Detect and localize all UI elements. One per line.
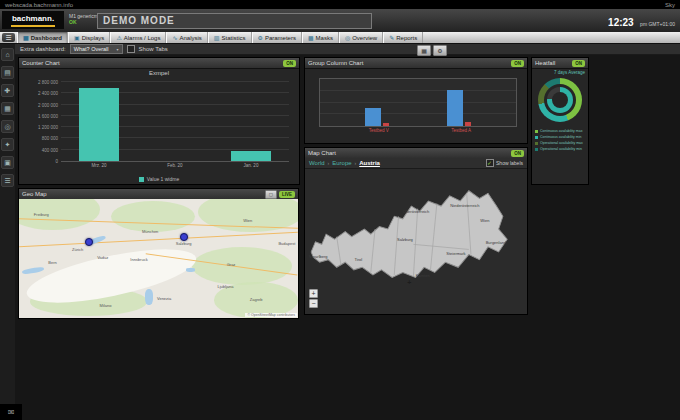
small-lake bbox=[186, 268, 194, 272]
city-label-zagreb: Zagreb bbox=[250, 296, 263, 301]
alarms-logs-icon: ⚠ bbox=[116, 34, 121, 41]
chevron-down-icon: ▾ bbox=[117, 47, 119, 52]
breadcrumb-world[interactable]: World bbox=[309, 160, 325, 166]
tab-statistics[interactable]: ▥Statistics bbox=[208, 32, 252, 43]
zoom-in-button[interactable]: + bbox=[309, 289, 318, 298]
availability-donut-chart[interactable] bbox=[538, 78, 582, 122]
menu-button[interactable]: ☰ bbox=[2, 33, 15, 42]
counter-chart-plot[interactable]: 0400 000800 0001 200 0001 600 0002 000 0… bbox=[61, 82, 289, 162]
bar-testbed-a[interactable] bbox=[447, 90, 463, 126]
austria-map[interactable]: VorarlbergTirolSalzburgOberösterreichNie… bbox=[305, 169, 527, 314]
city-label-z-rich: Zürich bbox=[72, 246, 83, 251]
counter-chart-panel: Counter Chart ON Exmpel 0400 000800 0001… bbox=[18, 57, 300, 185]
legend-swatch bbox=[139, 177, 144, 182]
add-icon[interactable]: ✚ bbox=[1, 84, 14, 97]
region-label-ober-sterreich: Oberösterreich bbox=[403, 209, 429, 214]
toolbar-tabs: ▦Dashboard▣Displays⚠Alarms / Logs∿Analys… bbox=[17, 32, 423, 43]
star-icon[interactable]: ✦ bbox=[1, 138, 14, 151]
tab-parameters[interactable]: ⚙Parameters bbox=[252, 32, 302, 43]
status-badge: ON bbox=[283, 60, 296, 67]
show-tabs-checkbox[interactable] bbox=[127, 45, 135, 53]
x-axis-label: Mrz. 20 bbox=[91, 163, 106, 168]
group-chart-body: Testbed VTestbed A bbox=[305, 68, 527, 143]
region-label-k-rnten: Kärnten bbox=[416, 272, 430, 277]
legend-item: Operational availability min bbox=[535, 146, 587, 152]
bottom-corner-widget[interactable]: ✉ bbox=[0, 404, 22, 420]
panel-title: Counter Chart bbox=[22, 60, 60, 66]
tab-analysis[interactable]: ∿Analysis bbox=[166, 32, 207, 43]
map-marker-1[interactable] bbox=[85, 238, 93, 246]
y-axis-label: 0 bbox=[55, 159, 58, 164]
grid-icon[interactable]: ▦ bbox=[1, 102, 14, 115]
topbar-right-link[interactable]: Sky bbox=[665, 2, 675, 8]
breadcrumb: World›Europe›Austria bbox=[309, 160, 380, 166]
bar-alarm-testbed-v[interactable] bbox=[383, 123, 389, 126]
dashboard-icon: ▦ bbox=[23, 34, 29, 41]
legend-swatch bbox=[535, 142, 538, 145]
dashboard-select[interactable]: What? Overall ▾ bbox=[70, 44, 123, 54]
home-icon[interactable]: ⌂ bbox=[1, 48, 14, 61]
status-badge: ON bbox=[572, 60, 585, 67]
city-label-salzburg: Salzburg bbox=[176, 241, 192, 246]
group-chart-plot[interactable]: Testbed VTestbed A bbox=[319, 78, 517, 127]
tab-dashboard[interactable]: ▦Dashboard bbox=[17, 32, 68, 43]
breadcrumb-europe[interactable]: Europe bbox=[332, 160, 351, 166]
map-attribution: © OpenStreetMap contributors bbox=[245, 313, 297, 317]
app-header: bachmann. M1 genericm OK DEMO MODE 12:23… bbox=[0, 9, 680, 33]
expand-button[interactable]: ▢ bbox=[265, 190, 277, 199]
breadcrumb-austria: Austria bbox=[359, 160, 380, 166]
breadcrumb-separator-icon: › bbox=[328, 160, 330, 166]
geo-map-panel: Geo Map ▢ LIVE FreiburgZürichBernVad bbox=[18, 188, 299, 319]
bar-jan-20[interactable] bbox=[231, 151, 271, 161]
device-status-block: M1 genericm OK bbox=[69, 13, 98, 25]
chart-icon[interactable]: ▤ bbox=[1, 66, 14, 79]
doc-icon[interactable]: ▣ bbox=[1, 156, 14, 169]
demo-mode-banner: DEMO MODE bbox=[97, 13, 372, 29]
gridline bbox=[320, 113, 516, 114]
city-label-graz: Graz bbox=[227, 262, 236, 267]
region-label-nieder-sterreich: Niederösterreich bbox=[450, 203, 479, 208]
clock-time: 12:23 bbox=[608, 17, 634, 28]
tab-displays[interactable]: ▣Displays bbox=[68, 32, 110, 43]
map-marker-2[interactable] bbox=[180, 233, 188, 241]
y-axis-label: 400 000 bbox=[42, 147, 58, 152]
tab-label: Statistics bbox=[222, 35, 246, 41]
bar-mrz-20[interactable] bbox=[79, 88, 119, 161]
tab-masks[interactable]: ▩Masks bbox=[302, 32, 339, 43]
y-axis-label: 1 200 000 bbox=[38, 125, 58, 130]
gridline bbox=[61, 81, 289, 82]
tab-overview[interactable]: ◎Overview bbox=[339, 32, 383, 43]
displays-icon: ▣ bbox=[74, 34, 80, 41]
region-label-steiermark: Steiermark bbox=[446, 251, 465, 256]
show-tabs-label: Show Tabs bbox=[139, 46, 168, 52]
donut-legend: Continuous availability maxContinuous av… bbox=[535, 128, 587, 152]
counter-chart-body: Exmpel 0400 000800 0001 200 0001 600 000… bbox=[19, 68, 299, 184]
donut-subtitle: 7 days Average bbox=[554, 70, 585, 75]
y-axis-label: 800 000 bbox=[42, 136, 58, 141]
target-icon[interactable]: ◎ bbox=[1, 120, 14, 133]
openstreetmap-view[interactable]: FreiburgZürichBernVaduzMünchenInnsbruckS… bbox=[19, 199, 298, 318]
chart-title: Exmpel bbox=[19, 70, 299, 76]
menu-icon[interactable]: ☰ bbox=[1, 174, 14, 187]
layout-toggle-button[interactable]: ▦ bbox=[417, 45, 431, 56]
map-chart-panel: Map Chart ON World›Europe›Austria Show l… bbox=[304, 147, 528, 315]
zoom-out-button[interactable]: − bbox=[309, 299, 318, 308]
region-label-vorarlberg: Vorarlberg bbox=[309, 254, 327, 259]
expand-icon: ▢ bbox=[269, 192, 273, 197]
tools-button[interactable]: ⚙ bbox=[433, 45, 447, 56]
tab-reports[interactable]: ✎Reports bbox=[383, 32, 423, 43]
bar-testbed-v[interactable] bbox=[365, 108, 381, 126]
lake-garda bbox=[145, 289, 153, 304]
tab-alarms-logs[interactable]: ⚠Alarms / Logs bbox=[110, 32, 166, 43]
donut-center bbox=[552, 92, 568, 108]
masks-icon: ▩ bbox=[308, 34, 314, 41]
live-badge: LIVE bbox=[279, 191, 295, 198]
legend-swatch bbox=[535, 130, 538, 133]
y-axis-label: 2 000 000 bbox=[38, 102, 58, 107]
show-labels-checkbox[interactable] bbox=[486, 159, 494, 167]
device-status: OK bbox=[69, 19, 98, 25]
legend-swatch bbox=[535, 136, 538, 139]
map-marker-cross[interactable]: + bbox=[407, 279, 411, 286]
legend-label: Value 1 widme bbox=[147, 176, 179, 182]
bar-alarm-testbed-a[interactable] bbox=[465, 122, 471, 126]
